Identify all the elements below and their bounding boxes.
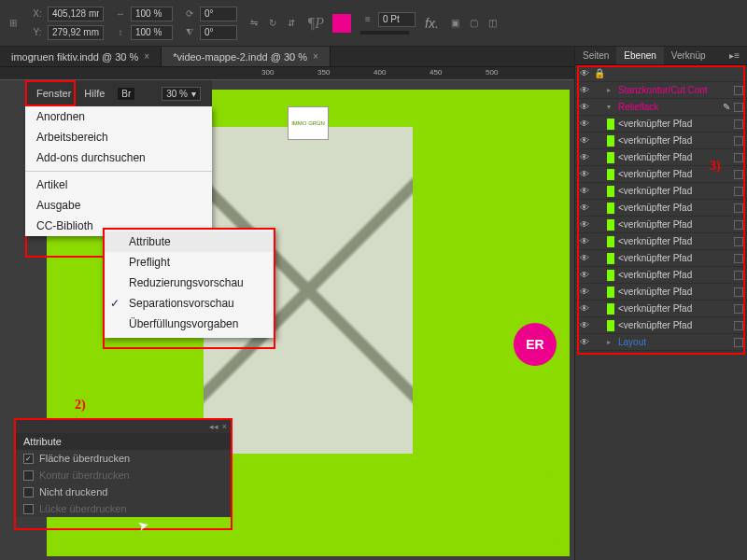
chevron-down-icon: ▾ [191, 89, 196, 99]
x-label: X: [30, 7, 45, 21]
bridge-icon[interactable]: Br [118, 88, 134, 100]
ruler-mark: 450 [430, 68, 442, 77]
annotation-box-layers [577, 65, 745, 355]
control-toolbar: ⊞ X: Y: ↔ ↕ ⟳ ⧨ ⇋ ↻ ⇵ ¶P ≡ fx. ▣ ▢ ◫ [0, 0, 747, 47]
stroke-field[interactable] [378, 12, 416, 27]
x-field[interactable] [48, 7, 104, 21]
tab-label: *video-mappe-2.indd @ 30 % [173, 51, 307, 63]
fx-icon[interactable]: fx. [425, 16, 439, 31]
stroke-icon: ≡ [360, 12, 375, 27]
menu-item-artikel[interactable]: Artikel [25, 175, 212, 195]
menu-hilfe[interactable]: Hilfe [84, 88, 105, 99]
annotation-2: 2) [75, 398, 86, 413]
flip-h-icon[interactable]: ⇋ [247, 16, 261, 31]
scale-w-field[interactable] [131, 7, 173, 21]
ruler-mark: 350 [317, 68, 330, 77]
ruler-mark: 300 [261, 68, 274, 77]
scale-w-icon: ↔ [113, 7, 128, 21]
menu-item-ausgabe[interactable]: Ausgabe [25, 195, 212, 216]
scale-h-field[interactable] [131, 25, 173, 40]
zoom-dropdown[interactable]: 30 %▾ [162, 87, 201, 101]
ruler-mark: 400 [374, 68, 386, 77]
y-label: Y: [30, 25, 45, 40]
scale-h-icon: ↕ [113, 25, 128, 40]
menu-item-addons[interactable]: Add-ons durchsuchen [25, 147, 212, 168]
layers-panel-tabs: Seiten Ebenen Verknüp ▸≡ [575, 47, 747, 65]
center-content-icon[interactable]: ◫ [486, 16, 500, 31]
close-icon[interactable]: × [313, 51, 318, 62]
close-icon[interactable]: × [144, 51, 149, 62]
y-field[interactable] [48, 25, 104, 40]
panel-menu-icon[interactable]: ▸≡ [722, 47, 747, 64]
panel-tab-seiten[interactable]: Seiten [575, 47, 616, 64]
document-tab-1[interactable]: imogruen fiktiv.indd @ 30 % × [0, 47, 162, 66]
menu-item-anordnen[interactable]: Anordnen [25, 106, 212, 127]
fit-frame-icon[interactable]: ▢ [467, 16, 482, 31]
paragraph-style-icon[interactable]: ¶P [308, 16, 323, 31]
annotation-box-submenu [103, 228, 275, 349]
panel-tab-ebenen[interactable]: Ebenen [616, 47, 663, 64]
panel-tab-verknuepf[interactable]: Verknüp [664, 47, 713, 64]
annotation-box-attribute [14, 418, 233, 530]
stroke-style[interactable] [360, 31, 409, 35]
menu-separator [25, 171, 212, 172]
ruler-mark: 500 [486, 68, 498, 77]
tab-label: imogruen fiktiv.indd @ 30 % [11, 51, 138, 63]
logo-badge: IMMO GRÜN [288, 106, 329, 140]
rotate-field[interactable] [200, 7, 237, 21]
rotate-cw-icon[interactable]: ↻ [265, 16, 280, 31]
shear-icon: ⧨ [182, 25, 197, 40]
menu-dropdown-fenster: Anordnen Arbeitsbereich Add-ons durchsuc… [25, 106, 212, 236]
rotate-icon: ⟳ [182, 7, 197, 21]
circle-badge: ER [514, 323, 557, 366]
flip-v-icon[interactable]: ⇵ [284, 16, 299, 31]
fill-swatch[interactable] [332, 14, 351, 33]
shear-field[interactable] [200, 25, 237, 40]
annotation-box-fenster [25, 80, 76, 106]
fit-content-icon[interactable]: ▣ [448, 16, 463, 31]
reference-point-icon[interactable]: ⊞ [6, 16, 21, 31]
menu-item-arbeitsbereich[interactable]: Arbeitsbereich [25, 127, 212, 147]
document-tab-2[interactable]: *video-mappe-2.indd @ 30 % × [162, 47, 331, 66]
zoom-value: 30 % [166, 89, 188, 99]
